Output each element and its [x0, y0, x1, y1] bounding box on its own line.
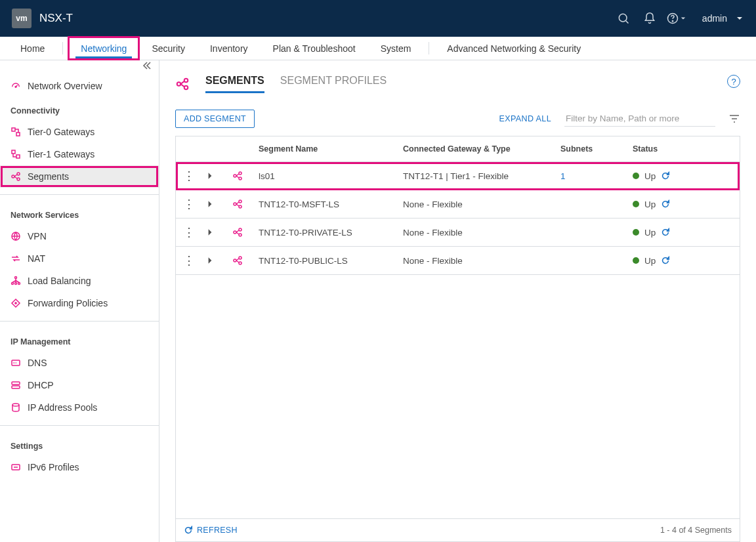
tier0-icon	[10, 127, 21, 137]
tab-inventory[interactable]: Inventory	[198, 37, 261, 60]
ipv6-icon	[10, 462, 21, 472]
nat-icon	[10, 253, 21, 264]
add-segment-button[interactable]: ADD SEGMENT	[175, 110, 255, 128]
chevron-double-left-icon	[142, 60, 152, 71]
sidebar-item-lb[interactable]: Load Balancing	[0, 270, 159, 292]
row-menu-icon[interactable]: ⋮	[176, 219, 202, 246]
tab-security[interactable]: Security	[139, 37, 198, 60]
subtab-segments[interactable]: SEGMENTS	[205, 75, 264, 93]
col-subnets[interactable]: Subnets	[556, 136, 629, 161]
status-refresh-icon[interactable]	[661, 228, 670, 237]
gauge-icon	[10, 81, 21, 91]
tab-label: Plan & Troubleshoot	[273, 43, 356, 54]
user-menu[interactable]: admin	[702, 13, 743, 24]
sidebar-head-ipmgmt: IP Management	[0, 328, 159, 352]
tab-advanced[interactable]: Advanced Networking & Security	[434, 37, 593, 60]
gateway-type: TNT12-T1 | Tier1 - Flexible	[399, 163, 556, 189]
row-menu-icon[interactable]: ⋮	[176, 190, 202, 218]
vpn-icon	[10, 231, 21, 241]
row-menu-icon[interactable]: ⋮	[176, 247, 202, 274]
sidebar-item-forwarding[interactable]: Forwarding Policies	[0, 292, 159, 314]
svg-point-27	[239, 177, 242, 180]
svg-rect-19	[12, 386, 20, 388]
status-dot-icon	[633, 173, 639, 179]
sidebar-item-label: DNS	[28, 358, 47, 368]
tab-label: Advanced Networking & Security	[447, 43, 581, 54]
user-label: admin	[702, 13, 727, 24]
tab-networking[interactable]: Networking	[68, 37, 139, 60]
sidebar-item-label: Forwarding Policies	[28, 298, 108, 308]
tab-plan-troubleshoot[interactable]: Plan & Troubleshoot	[261, 37, 368, 60]
sidebar-item-dns[interactable]: DNS	[0, 352, 159, 374]
status-cell: Up	[629, 163, 740, 189]
status-label: Up	[644, 256, 656, 266]
subnet-count	[556, 224, 629, 240]
filter-icon[interactable]	[728, 113, 740, 125]
sidebar-item-nat[interactable]: NAT	[0, 247, 159, 270]
col-status[interactable]: Status	[629, 136, 740, 161]
svg-point-32	[239, 228, 242, 231]
col-segment-name[interactable]: Segment Name	[255, 136, 399, 161]
bell-icon[interactable]	[637, 12, 663, 25]
tab-home[interactable]: Home	[8, 37, 57, 60]
svg-point-30	[239, 205, 242, 208]
expand-row-icon[interactable]	[202, 192, 228, 216]
expand-row-icon[interactable]	[202, 249, 228, 272]
subnet-count	[556, 196, 629, 212]
search-icon[interactable]	[610, 12, 637, 25]
refresh-button[interactable]: REFRESH	[184, 526, 238, 535]
sidebar-item-vpn[interactable]: VPN	[0, 225, 159, 247]
status-refresh-icon[interactable]	[661, 199, 670, 209]
sidebar-divider	[0, 425, 159, 426]
sidebar-item-ipv6[interactable]: IPv6 Profiles	[0, 456, 159, 478]
sidebar-item-tier1[interactable]: Tier-1 Gateways	[0, 143, 159, 165]
sidebar-divider	[0, 194, 159, 195]
nav-separator	[429, 42, 429, 54]
chevron-down-icon	[736, 15, 743, 22]
sidebar-collapse[interactable]	[0, 60, 159, 75]
svg-rect-6	[16, 133, 20, 136]
row-count: 1 - 4 of 4 Segments	[660, 526, 732, 535]
sidebar-item-tier0[interactable]: Tier-0 Gateways	[0, 121, 159, 143]
subtab-profiles[interactable]: SEGMENT PROFILES	[280, 75, 387, 93]
status-cell: Up	[629, 192, 740, 217]
sidebar-item-segments[interactable]: Segments	[0, 165, 159, 188]
content-area: SEGMENTS SEGMENT PROFILES ? ADD SEGMENT …	[159, 60, 756, 542]
sidebar: Network Overview Connectivity Tier-0 Gat…	[0, 60, 159, 542]
help-icon[interactable]	[663, 12, 689, 25]
toolbar: ADD SEGMENT EXPAND ALL	[159, 99, 756, 136]
sidebar-item-ippools[interactable]: IP Address Pools	[0, 396, 159, 419]
svg-rect-18	[12, 382, 20, 385]
row-menu-icon[interactable]: ⋮	[176, 162, 202, 190]
status-refresh-icon[interactable]	[661, 171, 670, 180]
vmware-logo: vm	[12, 9, 32, 28]
filter-input[interactable]	[564, 111, 715, 127]
svg-point-31	[234, 231, 236, 234]
status-cell: Up	[629, 248, 740, 274]
forwarding-icon	[10, 298, 21, 308]
sidebar-item-label: Segments	[28, 171, 69, 182]
segment-icon	[228, 247, 255, 274]
subnet-count[interactable]: 1	[556, 163, 629, 189]
page-help-icon[interactable]: ?	[727, 75, 740, 88]
segment-icon	[228, 163, 255, 189]
segment-name: ls01	[255, 163, 399, 189]
expand-row-icon[interactable]	[202, 164, 228, 188]
col-gateway[interactable]: Connected Gateway & Type	[399, 136, 556, 161]
sidebar-item-dhcp[interactable]: DHCP	[0, 374, 159, 396]
svg-point-24	[184, 86, 188, 90]
expand-all-button[interactable]: EXPAND ALL	[499, 114, 551, 123]
sidebar-item-overview[interactable]: Network Overview	[0, 75, 159, 97]
gateway-type: None - Flexible	[399, 220, 556, 245]
app-header: vm NSX-T admin	[0, 0, 756, 37]
sidebar-item-label: Load Balancing	[28, 276, 91, 286]
sidebar-item-label: Network Overview	[28, 81, 102, 91]
subtab-label: SEGMENTS	[205, 75, 264, 86]
status-label: Up	[644, 228, 656, 238]
sidebar-item-label: Tier-0 Gateways	[28, 127, 94, 137]
expand-row-icon[interactable]	[202, 220, 228, 244]
status-refresh-icon[interactable]	[661, 256, 670, 265]
status-dot-icon	[633, 257, 639, 264]
tab-system[interactable]: System	[368, 37, 424, 60]
sidebar-item-label: IPv6 Profiles	[28, 462, 79, 472]
